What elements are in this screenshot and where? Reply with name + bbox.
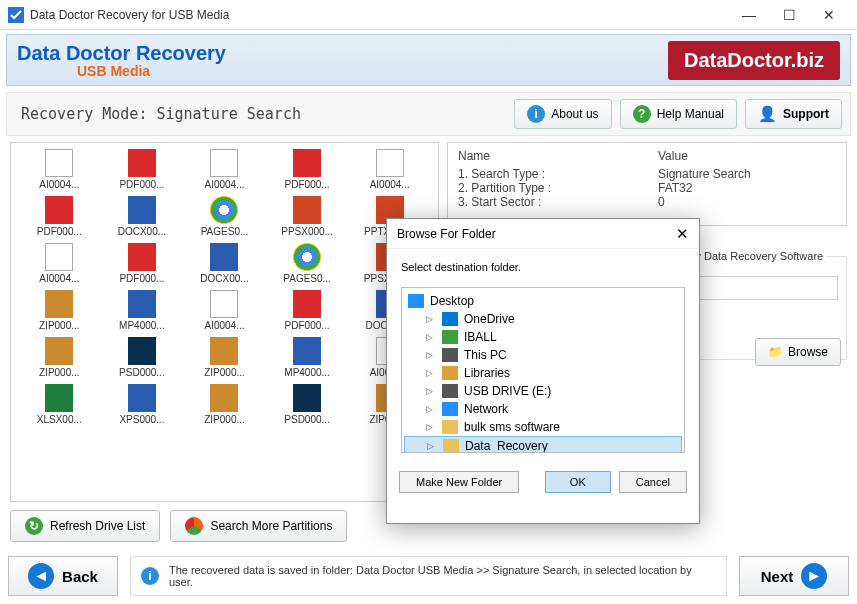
back-button[interactable]: ◄Back [8,556,118,596]
tree-item-label: IBALL [464,330,497,344]
next-button[interactable]: Next► [739,556,849,596]
maximize-button[interactable]: ☐ [769,1,809,29]
expand-icon[interactable]: ▷ [427,441,437,451]
file-type-icon [128,196,156,224]
file-item[interactable]: DOCX00... [184,243,265,284]
file-type-icon [45,149,73,177]
file-item[interactable]: PAGES0... [267,243,348,284]
tree-item[interactable]: ▷Libraries [404,364,682,382]
banner: Data Doctor Recovery USB Media DataDocto… [6,34,851,86]
refresh-drive-button[interactable]: ↻Refresh Drive List [10,510,160,542]
tree-item[interactable]: ▷USB DRIVE (E:) [404,382,682,400]
expand-icon[interactable]: ▷ [426,350,436,360]
minimize-button[interactable]: — [729,1,769,29]
file-type-icon [293,337,321,365]
tree-item[interactable]: ▷OneDrive [404,310,682,328]
close-button[interactable]: ✕ [809,1,849,29]
folder-icon [442,330,458,344]
file-type-icon [210,384,238,412]
expand-icon[interactable]: ▷ [426,404,436,414]
search-more-button[interactable]: Search More Partitions [170,510,347,542]
ok-button[interactable]: OK [545,471,611,493]
cancel-button[interactable]: Cancel [619,471,687,493]
expand-icon[interactable]: ▷ [426,314,436,324]
expand-icon[interactable]: ▷ [426,368,436,378]
file-type-icon [210,196,238,224]
file-item[interactable]: XLSX00... [19,384,100,425]
file-type-icon [45,196,73,224]
expand-icon[interactable]: ▷ [426,386,436,396]
tree-item[interactable]: ▷bulk sms software [404,418,682,436]
file-item[interactable]: PSD000... [267,384,348,425]
tree-item-label: Data_Recovery [465,439,548,453]
file-item[interactable]: ZIP000... [184,337,265,378]
tree-item[interactable]: ▷This PC [404,346,682,364]
file-type-icon [45,384,73,412]
file-item[interactable]: AI0004... [349,149,430,190]
file-item[interactable]: PDF000... [102,243,183,284]
file-label: DOCX00... [102,226,183,237]
file-label: AI0004... [349,179,430,190]
footer-message: iThe recovered data is saved in folder: … [130,556,727,596]
file-type-icon [128,243,156,271]
file-item[interactable]: ZIP000... [184,384,265,425]
file-item[interactable]: PDF000... [102,149,183,190]
tree-item[interactable]: ▷Data_Recovery [404,436,682,453]
file-type-icon [210,337,238,365]
expand-icon[interactable]: ▷ [426,332,436,342]
file-type-icon [210,290,238,318]
file-item[interactable]: PDF000... [267,290,348,331]
tree-item-label: This PC [464,348,507,362]
file-label: ZIP000... [19,367,100,378]
file-item[interactable]: PSD000... [102,337,183,378]
file-item[interactable]: MP4000... [102,290,183,331]
file-item[interactable]: XPS000... [102,384,183,425]
file-item[interactable]: PAGES0... [184,196,265,237]
banner-title: Data Doctor Recovery [17,42,668,65]
file-label: XLSX00... [19,414,100,425]
file-item[interactable]: ZIP000... [19,290,100,331]
file-item[interactable]: ZIP000... [19,337,100,378]
property-row: 2. Partition Type :FAT32 [458,181,836,195]
browse-button[interactable]: 📁Browse [755,338,841,366]
tree-item[interactable]: ▷IBALL [404,328,682,346]
property-row: 1. Search Type :Signature Search [458,167,836,181]
file-label: ZIP000... [184,367,265,378]
dialog-close-button[interactable]: ✕ [676,225,689,243]
file-item[interactable]: PDF000... [267,149,348,190]
file-item[interactable]: AI0004... [184,149,265,190]
tree-item[interactable]: Desktop [404,292,682,310]
make-new-folder-button[interactable]: Make New Folder [399,471,519,493]
tree-item[interactable]: ▷Network [404,400,682,418]
file-item[interactable]: PPSX000... [267,196,348,237]
folder-tree[interactable]: Desktop▷OneDrive▷IBALL▷This PC▷Libraries… [401,287,685,453]
help-button[interactable]: ?Help Manual [620,99,737,129]
about-button[interactable]: iAbout us [514,99,611,129]
file-item[interactable]: AI0004... [19,243,100,284]
file-label: PAGES0... [184,226,265,237]
file-item[interactable]: DOCX00... [102,196,183,237]
file-label: PSD000... [267,414,348,425]
file-item[interactable]: MP4000... [267,337,348,378]
files-panel: AI0004...PDF000...AI0004...PDF000...AI00… [10,142,439,502]
file-item[interactable]: AI0004... [19,149,100,190]
file-label: PDF000... [267,179,348,190]
property-row: 3. Start Sector :0 [458,195,836,209]
tree-item-label: bulk sms software [464,420,560,434]
expand-icon[interactable]: ▷ [426,422,436,432]
file-label: PDF000... [102,179,183,190]
folder-search-icon: 📁 [768,345,783,359]
person-icon: 👤 [758,105,777,123]
file-type-icon [293,149,321,177]
window-title: Data Doctor Recovery for USB Media [30,8,729,22]
file-item[interactable]: PDF000... [19,196,100,237]
file-label: PDF000... [102,273,183,284]
file-label: DOCX00... [184,273,265,284]
browse-folder-dialog: Browse For Folder ✕ Select destination f… [386,218,700,524]
support-button[interactable]: 👤Support [745,99,842,129]
tree-item-label: OneDrive [464,312,515,326]
file-type-icon [128,384,156,412]
dialog-titlebar: Browse For Folder ✕ [387,219,699,249]
file-type-icon [293,384,321,412]
file-item[interactable]: AI0004... [184,290,265,331]
